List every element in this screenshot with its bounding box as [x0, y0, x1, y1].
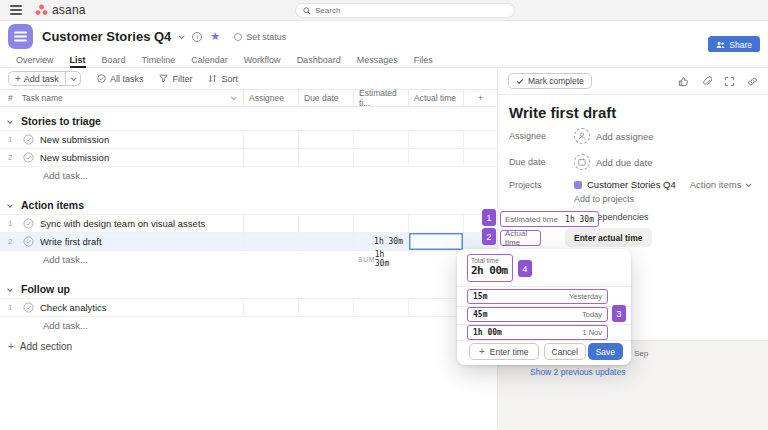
set-status-button[interactable]: Set status	[234, 32, 286, 42]
check-circle-icon	[97, 74, 106, 83]
divider	[457, 340, 631, 341]
section-header-stories-to-triage[interactable]: Stories to triage	[0, 111, 497, 131]
search-placeholder: Search	[315, 6, 340, 15]
section-header-follow-up[interactable]: Follow up	[0, 279, 497, 299]
annotation-step-3: 3	[612, 305, 626, 322]
all-tasks-filter-button[interactable]: All tasks	[97, 74, 144, 84]
plus-icon: +	[15, 73, 21, 84]
add-task-row[interactable]: Add task...	[0, 317, 497, 333]
task-check-icon[interactable]	[23, 218, 34, 229]
add-task-row[interactable]: Add task... SUM 1h 30m	[0, 251, 497, 267]
fullscreen-icon[interactable]	[724, 76, 735, 87]
task-check-icon[interactable]	[23, 302, 34, 313]
add-assignee-button[interactable]: Add assignee	[596, 131, 654, 142]
cancel-button[interactable]: Cancel	[544, 343, 586, 360]
projects-label: Projects	[509, 180, 574, 190]
set-status-label: Set status	[246, 32, 286, 42]
project-icon[interactable]	[8, 24, 33, 49]
time-tracking-popup: Total time 2h 00m 4 15m Yesterday 45m To…	[457, 249, 631, 365]
tab-board[interactable]: Board	[94, 52, 134, 67]
sort-icon	[208, 74, 217, 83]
filter-button[interactable]: Filter	[159, 74, 192, 84]
add-task-dropdown[interactable]	[65, 72, 80, 85]
save-button[interactable]: Save	[588, 343, 623, 360]
task-check-icon[interactable]	[23, 152, 34, 163]
add-task-button[interactable]: + Add task	[8, 71, 81, 86]
actual-time-field[interactable]: Actual time	[500, 230, 541, 246]
share-button[interactable]: Share	[708, 36, 760, 53]
tab-timeline[interactable]: Timeline	[134, 52, 184, 67]
time-entry-row[interactable]: 45m Today	[467, 307, 608, 322]
star-icon[interactable]: ★	[210, 31, 220, 42]
show-previous-updates-link[interactable]: Show 2 previous updates	[530, 367, 625, 377]
actual-time-cell-selected[interactable]	[408, 233, 463, 250]
annotation-step-4: 4	[518, 260, 532, 277]
due-date-column-header[interactable]: Due date	[298, 90, 353, 106]
section-collapse-icon[interactable]	[7, 202, 13, 208]
tab-messages[interactable]: Messages	[349, 52, 406, 67]
sort-button[interactable]: Sort	[208, 74, 238, 84]
mark-complete-button[interactable]: Mark complete	[508, 73, 592, 89]
add-section-button[interactable]: + Add section	[0, 341, 497, 352]
avatar-placeholder-icon[interactable]	[574, 128, 590, 144]
task-title[interactable]: Sync with design team on visual assets	[40, 218, 205, 229]
asana-logo[interactable]: asana	[35, 3, 86, 17]
estimated-time-field[interactable]: Estimated time 1h 30m	[500, 211, 599, 227]
link-icon[interactable]	[747, 76, 758, 87]
tab-calendar[interactable]: Calendar	[183, 52, 236, 67]
task-check-icon[interactable]	[23, 134, 34, 145]
project-section-select[interactable]: Action items	[690, 179, 751, 190]
thumbs-up-icon[interactable]	[678, 76, 689, 87]
table-row[interactable]: 1 New submission	[0, 131, 497, 149]
task-detail-panel: Mark complete Write first draft Assignee…	[497, 68, 768, 430]
enter-actual-time-button[interactable]: Enter actual time	[565, 228, 652, 247]
tab-files[interactable]: Files	[406, 52, 441, 67]
search-input[interactable]: Search	[295, 3, 515, 18]
hamburger-icon[interactable]	[10, 5, 22, 14]
task-title[interactable]: New submission	[40, 134, 109, 145]
add-due-date-button[interactable]: Add due date	[596, 157, 653, 168]
table-row-selected[interactable]: 2 Write first draft 1h 30m	[0, 233, 497, 251]
task-title[interactable]: Check analytics	[40, 302, 107, 313]
list-toolbar: + Add task All tasks Filter Sort	[0, 68, 497, 90]
enter-time-button[interactable]: + Enter time	[469, 343, 539, 360]
due-date-label: Due date	[509, 157, 574, 167]
time-entry-row[interactable]: 15m Yesterday	[467, 289, 608, 304]
paperclip-icon[interactable]	[701, 76, 712, 87]
info-icon[interactable]: i	[192, 32, 202, 42]
table-row[interactable]: 1 Check analytics	[0, 299, 497, 317]
table-row[interactable]: 1 Sync with design team on visual assets	[0, 215, 497, 233]
tab-list[interactable]: List	[62, 52, 94, 67]
time-entry-row[interactable]: 1h 00m 1 Nov	[467, 325, 608, 340]
add-column-button[interactable]: +	[463, 90, 497, 106]
project-color-dot	[574, 181, 582, 189]
tab-workflow[interactable]: Workflow	[236, 52, 289, 67]
plus-icon: +	[8, 341, 14, 352]
task-title[interactable]: Write first draft	[40, 236, 102, 247]
projects-field: Projects Customer Stories Q4 Action item…	[509, 179, 757, 190]
section-header-action-items[interactable]: Action items	[0, 195, 497, 215]
add-task-row[interactable]: Add task...	[0, 167, 497, 183]
tab-dashboard[interactable]: Dashboard	[289, 52, 349, 67]
column-chevron-down-icon[interactable]	[231, 94, 237, 100]
estimated-time-value: 1h 30m	[565, 215, 594, 224]
section-collapse-icon[interactable]	[7, 118, 13, 124]
estimated-time-cell[interactable]: 1h 30m	[353, 233, 408, 250]
assignee-column-header[interactable]: Assignee	[243, 90, 298, 106]
activity-date: Sep	[634, 349, 648, 358]
actual-time-column-header[interactable]: Actual time	[408, 90, 463, 106]
estimated-time-column-header[interactable]: Estimated ti...	[353, 90, 408, 106]
section-collapse-icon[interactable]	[7, 286, 13, 292]
tab-overview[interactable]: Overview	[8, 52, 62, 67]
project-name-value[interactable]: Customer Stories Q4	[587, 179, 676, 190]
filter-label: Filter	[172, 74, 192, 84]
task-list-area: + Add task All tasks Filter Sort	[0, 68, 497, 430]
calendar-placeholder-icon[interactable]	[574, 154, 590, 170]
task-title[interactable]: New submission	[40, 152, 109, 163]
table-row[interactable]: 2 New submission	[0, 149, 497, 167]
project-menu-chevron-down-icon[interactable]	[179, 33, 185, 39]
add-to-projects-button[interactable]: Add to projects	[574, 194, 757, 204]
task-detail-title[interactable]: Write first draft	[498, 95, 768, 121]
task-check-icon[interactable]	[23, 236, 34, 247]
detail-action-bar: Mark complete	[498, 68, 768, 95]
